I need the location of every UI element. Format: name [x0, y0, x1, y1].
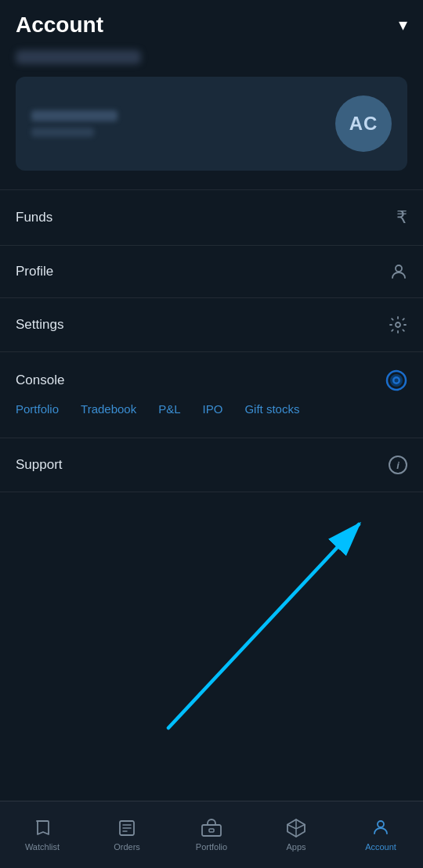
bottom-nav: Watchlist Orders Portfolio — [0, 801, 423, 868]
support-menu-item[interactable]: Support i — [0, 438, 423, 492]
profile-id-blurred — [31, 128, 94, 137]
console-section: Console Portfolio Tradebook P&L IPO Gift… — [0, 352, 423, 438]
portfolio-nav-label: Portfolio — [196, 842, 227, 852]
svg-point-14 — [378, 821, 384, 827]
nav-portfolio[interactable]: Portfolio — [169, 818, 254, 852]
apps-icon — [286, 818, 306, 838]
header: Account ▾ — [0, 0, 423, 45]
orders-label: Orders — [114, 842, 140, 852]
account-nav-label: Account — [365, 842, 396, 852]
gift-stocks-link[interactable]: Gift stocks — [244, 402, 299, 416]
username-blurred — [16, 50, 141, 64]
nav-apps[interactable]: Apps — [254, 818, 338, 852]
watchlist-icon — [32, 818, 52, 838]
console-links: Portfolio Tradebook P&L IPO Gift stocks — [0, 402, 423, 438]
nav-orders[interactable]: Orders — [85, 818, 169, 852]
rupee-icon: ₹ — [396, 207, 407, 228]
apps-label: Apps — [286, 842, 306, 852]
page-title: Account — [16, 13, 103, 38]
gear-icon — [389, 315, 407, 334]
profile-card: AC — [16, 77, 407, 171]
console-header[interactable]: Console — [0, 352, 423, 402]
avatar: AC — [335, 95, 392, 152]
console-icon — [385, 369, 407, 391]
svg-rect-13 — [209, 829, 214, 832]
svg-rect-12 — [202, 825, 221, 836]
tradebook-link[interactable]: Tradebook — [81, 402, 136, 416]
portfolio-nav-icon — [201, 818, 222, 838]
nav-watchlist[interactable]: Watchlist — [0, 818, 85, 852]
info-circle: i — [389, 456, 407, 474]
support-label: Support — [16, 457, 63, 473]
pnl-link[interactable]: P&L — [158, 402, 180, 416]
svg-line-7 — [168, 524, 359, 728]
funds-menu-item[interactable]: Funds ₹ — [0, 190, 423, 246]
ipo-link[interactable]: IPO — [203, 402, 223, 416]
watchlist-label: Watchlist — [25, 842, 60, 852]
settings-menu-item[interactable]: Settings — [0, 298, 423, 352]
funds-label: Funds — [16, 210, 52, 225]
settings-label: Settings — [16, 317, 63, 333]
svg-point-0 — [396, 265, 402, 272]
profile-menu-item[interactable]: Profile — [0, 246, 423, 298]
console-label: Console — [16, 373, 64, 388]
chevron-down-icon[interactable]: ▾ — [399, 15, 407, 35]
info-icon: i — [389, 456, 407, 474]
person-icon — [390, 263, 407, 280]
svg-point-1 — [396, 322, 400, 327]
orders-icon — [117, 818, 137, 838]
account-nav-icon — [371, 818, 391, 838]
profile-name-blurred — [31, 110, 118, 121]
nav-account[interactable]: Account — [338, 818, 423, 852]
portfolio-link[interactable]: Portfolio — [16, 402, 59, 416]
svg-point-5 — [395, 379, 399, 383]
profile-label: Profile — [16, 264, 53, 279]
profile-info — [31, 110, 118, 137]
menu-list: Funds ₹ Profile Settings — [0, 189, 423, 352]
